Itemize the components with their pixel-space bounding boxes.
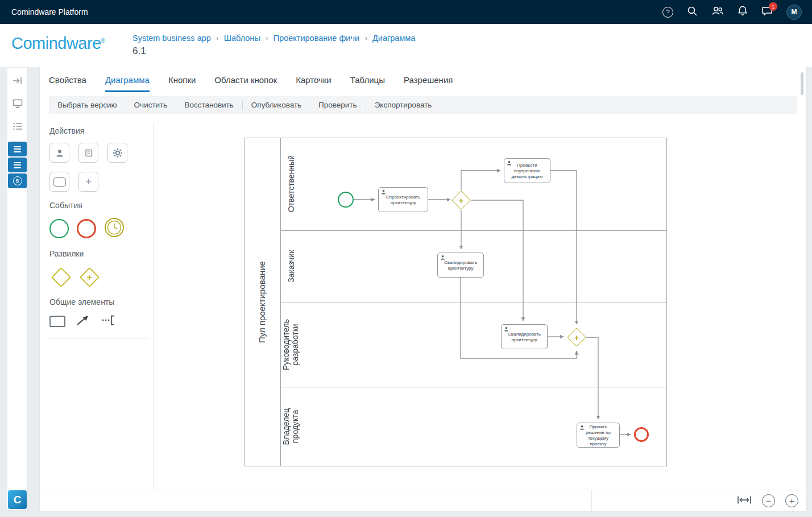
plus-icon: + [789, 497, 794, 505]
script-task-tool[interactable] [78, 143, 98, 163]
avatar[interactable]: M [786, 5, 802, 20]
tab-tables[interactable]: Таблицы [350, 67, 385, 92]
comindware-logo: Comindware® [11, 34, 105, 53]
search-icon[interactable] [687, 6, 698, 19]
export-button[interactable]: Экспортировать [366, 101, 441, 109]
script-icon [84, 148, 93, 158]
task-make-decision[interactable]: Принять решение по текущему проекту [577, 423, 620, 448]
notification-badge: 1 [769, 2, 777, 11]
user-icon [579, 425, 585, 430]
plus-icon: + [455, 194, 467, 206]
connector-arrow-tool[interactable] [76, 314, 90, 329]
user-icon [381, 189, 386, 195]
publish-button[interactable]: Опубликовать [243, 101, 310, 109]
help-icon[interactable]: ? [662, 7, 673, 18]
restore-button[interactable]: Восстановить [176, 101, 242, 109]
service-task-tool[interactable] [107, 143, 127, 163]
expanded-subprocess-tool[interactable]: + [78, 172, 98, 192]
comindware-c-logo[interactable]: C [8, 490, 27, 509]
parallel-gateway-tool[interactable]: + [78, 266, 101, 288]
annotation-icon [101, 315, 115, 326]
task-validate-architecture-customer[interactable]: Свалидировать архитектуру [437, 253, 484, 278]
text-annotation-tool[interactable] [101, 315, 115, 328]
palette-section-events: События [49, 201, 156, 210]
start-event-tool[interactable] [49, 219, 69, 238]
minus-icon: − [766, 497, 771, 505]
users-icon[interactable] [711, 6, 724, 18]
platform-version: 6.1 [132, 46, 146, 57]
timer-icon [104, 217, 125, 238]
start-event[interactable] [338, 192, 354, 208]
tab-button-areas[interactable]: Области кнопок [214, 67, 277, 92]
user-icon [55, 148, 64, 158]
breadcrumb-item-templates[interactable]: Шаблоны [224, 34, 260, 43]
hamburger-icon [14, 146, 21, 147]
lane-label-dev-lead[interactable]: Руководитель разработки [281, 315, 300, 375]
topbar: Comindware Platform ? 1 M [0, 0, 812, 24]
nav-item-list-2[interactable] [8, 158, 27, 172]
nav-item-list-1[interactable] [8, 142, 27, 156]
tab-cards[interactable]: Карточки [296, 67, 332, 92]
breadcrumb-item-process[interactable]: Проектирование фичи [274, 34, 359, 43]
plus-icon: + [85, 177, 92, 187]
desktop-icon[interactable] [7, 94, 27, 113]
palette-section-actions: Действия [49, 126, 156, 135]
subprocess-tool[interactable] [49, 172, 69, 192]
tasks-list-icon[interactable] [7, 117, 27, 136]
arrow-icon [76, 314, 90, 326]
rectangle-icon [53, 177, 66, 187]
diamond-icon [51, 267, 71, 287]
verify-button[interactable]: Проверить [310, 101, 366, 109]
choose-version-button[interactable]: Выбрать версию [49, 101, 126, 109]
tab-properties[interactable]: Свойства [49, 67, 86, 92]
zoom-out-button[interactable]: − [762, 494, 775, 507]
zoom-in-button[interactable]: + [785, 494, 798, 507]
avatar-letter: M [792, 8, 797, 16]
lane-label-customer[interactable]: Заказчик [286, 230, 296, 303]
tab-bar: Свойства Диаграмма Кнопки Области кнопок… [40, 67, 806, 92]
shape-palette: Действия + События Развилки [48, 126, 156, 338]
end-event-tool[interactable] [77, 219, 96, 238]
app-title: Comindware Platform [11, 7, 88, 16]
diagram-toolbar: Выбрать версию Очистить Восстановить Опу… [49, 96, 797, 114]
palette-divider [48, 338, 149, 338]
tab-diagram[interactable]: Диаграмма [105, 67, 150, 92]
group-rectangle-tool[interactable] [49, 316, 65, 327]
breadcrumb-item-diagram[interactable]: Диаграмма [372, 34, 415, 43]
pool-label[interactable]: Пул проектирование [256, 138, 268, 466]
nav-item-system[interactable]: S [8, 173, 27, 188]
help-glyph: ? [666, 9, 669, 15]
registered-mark: ® [101, 38, 105, 44]
palette-section-gateways: Развилки [49, 249, 156, 258]
scrollbar-thumb[interactable] [801, 72, 803, 95]
footer-divider [591, 490, 592, 511]
collapse-panel-icon[interactable] [7, 71, 27, 90]
lane-label-responsible[interactable]: Ответственный [286, 138, 296, 230]
canvas-footer: − + [40, 490, 806, 511]
fit-width-icon[interactable] [737, 495, 752, 507]
breadcrumb-item-app[interactable]: System business app [132, 34, 211, 43]
user-task-tool[interactable] [49, 143, 69, 163]
left-rail: S C [7, 67, 28, 511]
tab-permissions[interactable]: Разрешения [404, 67, 453, 92]
task-validate-architecture-devlead[interactable]: Свалидировать архитектуру [501, 324, 548, 349]
end-event[interactable] [634, 427, 649, 442]
task-design-architecture[interactable]: Спроектировать архитектуру [378, 187, 428, 212]
hamburger-icon [14, 162, 21, 163]
messages-icon[interactable]: 1 [761, 6, 773, 18]
pool[interactable] [245, 138, 667, 466]
header: Comindware® System business app › Шаблон… [0, 24, 812, 67]
timer-event-tool[interactable] [104, 217, 125, 240]
task-internal-demo[interactable]: Провести внутреннюю демонстрацию [504, 158, 550, 183]
breadcrumb-separator: › [364, 34, 367, 43]
user-icon [507, 160, 512, 166]
tab-buttons[interactable]: Кнопки [168, 67, 196, 92]
s-badge-icon: S [13, 176, 22, 185]
breadcrumb-separator: › [216, 34, 219, 43]
notifications-bell-icon[interactable] [738, 5, 748, 19]
exclusive-gateway-tool[interactable] [49, 266, 72, 288]
breadcrumb-separator: › [266, 34, 268, 43]
lane-label-product-owner[interactable]: Владелец продукта [281, 401, 300, 452]
breadcrumb: System business app › Шаблоны › Проектир… [132, 34, 415, 43]
clear-button[interactable]: Очистить [126, 101, 176, 109]
